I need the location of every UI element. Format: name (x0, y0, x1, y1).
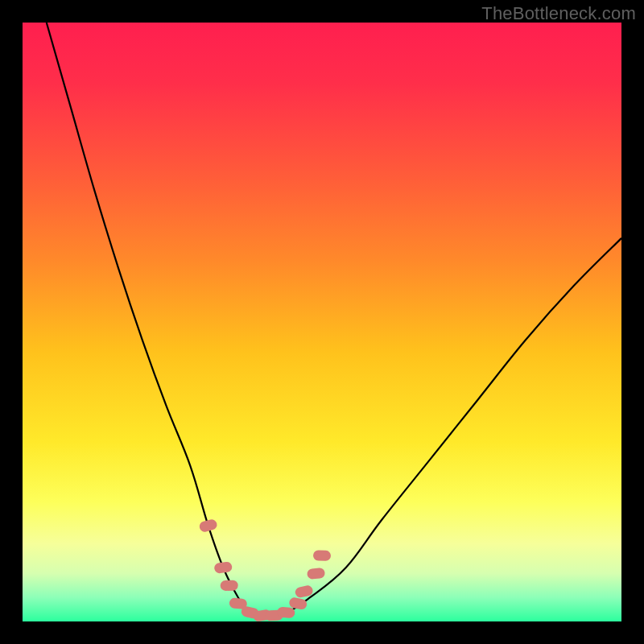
data-marker (277, 607, 295, 619)
bottleneck-chart (23, 23, 621, 621)
marker-group (198, 518, 331, 621)
bottleneck-curve-line (47, 23, 621, 616)
data-marker (198, 518, 218, 533)
chart-frame (23, 23, 621, 621)
watermark-text: TheBottleneck.com (481, 3, 636, 24)
data-marker (313, 550, 331, 561)
data-marker (221, 580, 238, 591)
data-marker (213, 561, 233, 574)
data-marker (307, 568, 325, 580)
